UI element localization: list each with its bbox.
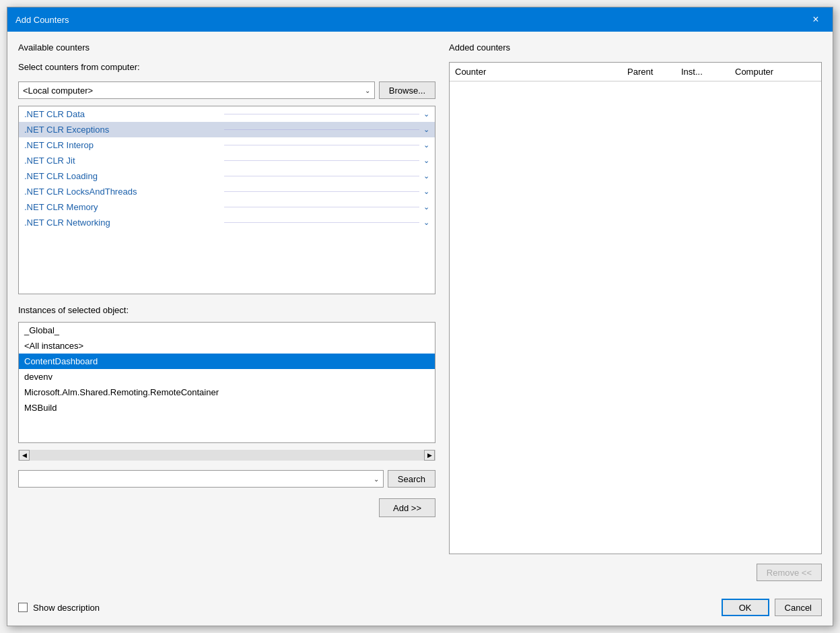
instance-item[interactable]: _Global_ <box>19 323 435 338</box>
computer-dropdown-value: <Local computer> <box>23 86 93 96</box>
hscroll-track <box>30 450 424 461</box>
left-panel: Available counters Select counters from … <box>18 42 435 581</box>
chevron-down-icon: ⌄ <box>423 141 429 149</box>
chevron-down-icon: ⌄ <box>423 125 429 134</box>
scroll-left-btn[interactable]: ◀ <box>19 450 30 461</box>
chevron-down-icon: ⌄ <box>423 187 429 196</box>
col-header-parent: Parent <box>622 65 676 78</box>
col-header-computer: Computer <box>730 65 821 78</box>
counter-item[interactable]: .NET CLR Memory ⌄ <box>19 199 435 215</box>
footer-buttons: OK Cancel <box>722 599 822 616</box>
counter-item[interactable]: .NET CLR Jit ⌄ <box>19 153 435 168</box>
counter-name: .NET CLR Data <box>24 109 220 119</box>
counter-item[interactable]: .NET CLR Networking ⌄ <box>19 215 435 230</box>
added-counters-label: Added counters <box>449 42 822 53</box>
counters-list-container: .NET CLR Data ⌄ .NET CLR Exceptions ⌄ .N… <box>18 106 435 294</box>
chevron-down-icon: ⌄ <box>423 110 429 119</box>
counter-line <box>224 160 420 161</box>
counter-line <box>224 222 420 223</box>
counter-item[interactable]: .NET CLR Loading ⌄ <box>19 168 435 184</box>
ok-button[interactable]: OK <box>722 599 769 616</box>
dialog-title: Add Counters <box>15 15 69 25</box>
browse-button[interactable]: Browse... <box>379 81 435 99</box>
instances-list[interactable]: _Global_<All instances>ContentDashboardd… <box>19 323 435 442</box>
counter-name: .NET CLR Interop <box>24 140 220 150</box>
counter-line <box>224 176 420 176</box>
counter-name: .NET CLR Networking <box>24 218 220 228</box>
instance-item[interactable]: devenv <box>19 369 435 385</box>
dialog-body: Available counters Select counters from … <box>7 32 833 592</box>
chevron-down-icon: ⌄ <box>423 156 429 165</box>
search-chevron-icon: ⌄ <box>374 475 379 483</box>
scroll-right-btn[interactable]: ▶ <box>424 450 435 461</box>
counter-item[interactable]: .NET CLR Interop ⌄ <box>19 137 435 153</box>
counter-line <box>224 145 420 145</box>
remove-button[interactable]: Remove << <box>757 564 822 581</box>
instances-container: _Global_<All instances>ContentDashboardd… <box>18 322 435 443</box>
counters-list[interactable]: .NET CLR Data ⌄ .NET CLR Exceptions ⌄ .N… <box>19 106 435 294</box>
counter-item[interactable]: .NET CLR Exceptions ⌄ <box>19 122 435 137</box>
chevron-down-icon: ⌄ <box>423 203 429 211</box>
counter-name: .NET CLR LocksAndThreads <box>24 187 220 197</box>
add-button[interactable]: Add >> <box>379 498 435 517</box>
counter-name: .NET CLR Exceptions <box>24 125 220 135</box>
search-button[interactable]: Search <box>388 470 435 488</box>
show-desc-label: Show description <box>33 603 100 613</box>
remove-row: Remove << <box>449 564 822 581</box>
added-table-body <box>450 81 821 554</box>
chevron-down-icon: ⌄ <box>365 87 370 94</box>
instance-item[interactable]: Microsoft.Alm.Shared.Remoting.RemoteCont… <box>19 385 435 400</box>
search-row: ⌄ Search <box>18 470 435 488</box>
instances-label: Instances of selected object: <box>18 305 435 315</box>
select-from-label: Select counters from computer: <box>18 62 435 72</box>
close-button[interactable]: × <box>807 11 825 28</box>
col-header-counter: Counter <box>450 65 622 78</box>
chevron-down-icon: ⌄ <box>423 172 429 180</box>
right-panel: Added counters Counter Parent Inst... Co… <box>449 42 822 581</box>
instance-item[interactable]: <All instances> <box>19 338 435 354</box>
counter-line <box>224 129 420 130</box>
title-bar: Add Counters × <box>7 7 833 32</box>
computer-dropdown[interactable]: <Local computer> ⌄ <box>18 81 375 99</box>
added-table-header: Counter Parent Inst... Computer <box>450 63 821 81</box>
available-counters-label: Available counters <box>18 42 435 53</box>
show-desc-row: Show description <box>18 603 100 613</box>
add-row: Add >> <box>18 498 435 517</box>
hscroll-bar: ◀ ▶ <box>18 450 435 461</box>
counter-item[interactable]: .NET CLR LocksAndThreads ⌄ <box>19 184 435 199</box>
cancel-button[interactable]: Cancel <box>775 599 822 616</box>
col-header-inst: Inst... <box>676 65 730 78</box>
computer-select-row: <Local computer> ⌄ Browse... <box>18 81 435 99</box>
counter-item[interactable]: .NET CLR Data ⌄ <box>19 106 435 122</box>
counter-name: .NET CLR Jit <box>24 156 220 166</box>
instance-item[interactable]: ContentDashboard <box>19 354 435 369</box>
counter-name: .NET CLR Memory <box>24 202 220 212</box>
added-table-container: Counter Parent Inst... Computer <box>449 62 822 554</box>
counter-line <box>224 207 420 207</box>
add-counters-dialog: Add Counters × Available counters Select… <box>7 7 833 626</box>
counter-line <box>224 191 420 192</box>
search-dropdown[interactable]: ⌄ <box>18 470 384 488</box>
show-desc-checkbox[interactable] <box>18 603 28 612</box>
chevron-down-icon: ⌄ <box>423 218 429 227</box>
counter-name: .NET CLR Loading <box>24 171 220 181</box>
dialog-footer: Show description OK Cancel <box>7 592 833 626</box>
instance-item[interactable]: MSBuild <box>19 400 435 415</box>
counter-line <box>224 114 420 114</box>
